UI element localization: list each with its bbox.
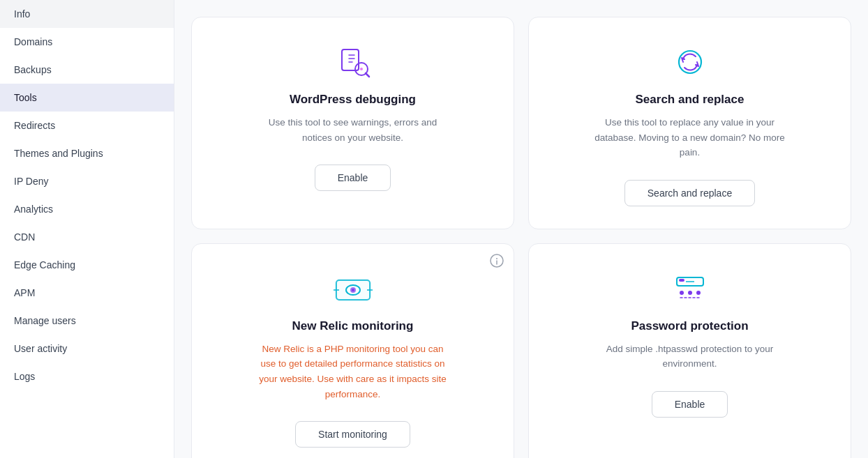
sidebar-item-manage-users[interactable]: Manage users bbox=[0, 307, 174, 335]
card-new-relic: New Relic monitoring New Relic is a PHP … bbox=[191, 243, 514, 458]
sidebar-item-cdn[interactable]: CDN bbox=[0, 223, 174, 251]
svg-point-19 bbox=[688, 291, 692, 295]
card-search-replace: Search and replace Use this tool to repl… bbox=[528, 17, 851, 229]
svg-point-12 bbox=[352, 289, 354, 291]
info-icon[interactable] bbox=[490, 254, 504, 268]
sidebar-item-redirects[interactable]: Redirects bbox=[0, 112, 174, 139]
svg-line-2 bbox=[366, 73, 369, 77]
main-content: WordPress debugging Use this tool to see… bbox=[174, 0, 868, 458]
card-password-protection: Password protection Add simple .htpasswd… bbox=[528, 243, 851, 458]
sidebar-item-info[interactable]: Info bbox=[0, 0, 174, 28]
card-btn-new-relic[interactable]: Start monitoring bbox=[295, 421, 410, 448]
card-icon-password-protection bbox=[671, 269, 710, 308]
svg-point-20 bbox=[696, 291, 701, 295]
tools-grid: WordPress debugging Use this tool to see… bbox=[191, 17, 851, 458]
card-icon-wp-debugging bbox=[334, 43, 373, 82]
sidebar-item-domains[interactable]: Domains bbox=[0, 28, 174, 56]
sidebar-item-themes-plugins[interactable]: Themes and Plugins bbox=[0, 139, 174, 167]
svg-point-18 bbox=[680, 291, 684, 295]
sidebar-item-tools[interactable]: Tools bbox=[0, 84, 174, 112]
sidebar-item-logs[interactable]: Logs bbox=[0, 362, 174, 390]
card-title-search-replace: Search and replace bbox=[636, 93, 744, 107]
card-desc-new-relic: New Relic is a PHP monitoring tool you c… bbox=[255, 342, 451, 402]
sidebar-item-apm[interactable]: APM bbox=[0, 279, 174, 307]
sidebar-item-edge-caching[interactable]: Edge Caching bbox=[0, 251, 174, 279]
card-icon-search-replace bbox=[671, 43, 710, 82]
sidebar: InfoDomainsBackupsToolsRedirectsThemes a… bbox=[0, 0, 174, 458]
card-desc-password-protection: Add simple .htpasswd protection to your … bbox=[592, 342, 788, 372]
sidebar-item-ip-deny[interactable]: IP Deny bbox=[0, 167, 174, 195]
card-btn-password-protection[interactable]: Enable bbox=[652, 391, 728, 418]
card-title-new-relic: New Relic monitoring bbox=[292, 319, 414, 333]
sidebar-item-backups[interactable]: Backups bbox=[0, 56, 174, 84]
card-btn-wp-debugging[interactable]: Enable bbox=[315, 165, 391, 191]
card-wp-debugging: WordPress debugging Use this tool to see… bbox=[191, 17, 514, 229]
card-icon-new-relic bbox=[334, 269, 373, 308]
sidebar-item-user-activity[interactable]: User activity bbox=[0, 335, 174, 362]
sidebar-item-analytics[interactable]: Analytics bbox=[0, 195, 174, 223]
svg-point-3 bbox=[360, 68, 363, 70]
card-title-password-protection: Password protection bbox=[631, 319, 748, 333]
svg-rect-17 bbox=[679, 279, 684, 282]
card-desc-search-replace: Use this tool to replace any value in yo… bbox=[592, 115, 788, 160]
card-btn-search-replace[interactable]: Search and replace bbox=[624, 180, 755, 206]
card-title-wp-debugging: WordPress debugging bbox=[290, 93, 416, 107]
svg-point-6 bbox=[496, 258, 497, 259]
card-desc-wp-debugging: Use this tool to see warnings, errors an… bbox=[255, 115, 451, 145]
